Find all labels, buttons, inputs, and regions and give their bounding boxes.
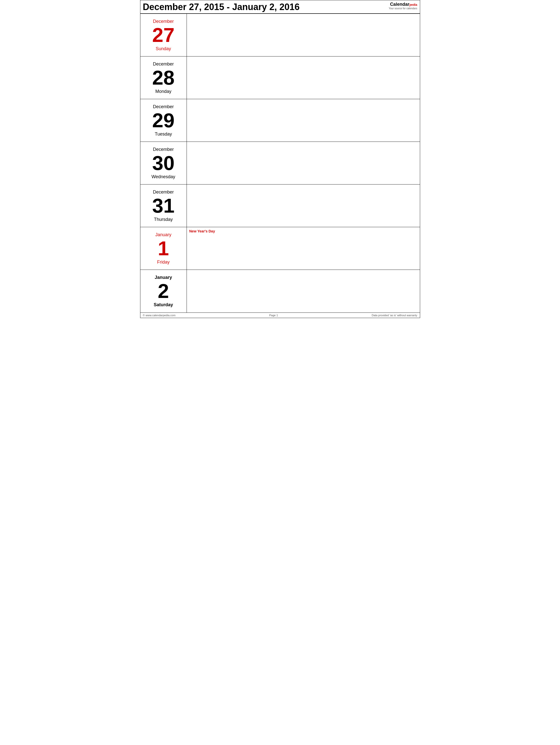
day-month-dec-31: December bbox=[153, 190, 174, 195]
day-weekday-jan-1: Friday bbox=[157, 260, 169, 265]
holiday-label-jan-1: New Year's Day bbox=[189, 229, 417, 233]
page-container: December 27, 2015 - January 2, 2016 Cale… bbox=[140, 0, 420, 318]
page-header: December 27, 2015 - January 2, 2016 Cale… bbox=[141, 0, 420, 14]
day-weekday-dec-28: Monday bbox=[155, 89, 171, 94]
day-content-dec-28 bbox=[187, 57, 420, 99]
day-number-dec-29: 29 bbox=[152, 110, 175, 131]
day-number-dec-27: 27 bbox=[152, 25, 175, 45]
day-month-jan-1: January bbox=[155, 232, 171, 237]
day-content-jan-2 bbox=[187, 270, 420, 313]
day-content-dec-29 bbox=[187, 99, 420, 141]
footer-disclaimer: Data provided 'as is' without warranty bbox=[372, 314, 417, 317]
day-month-dec-29: December bbox=[153, 104, 174, 109]
day-month-dec-30: December bbox=[153, 147, 174, 152]
page-footer: © www.calendarpedia.com Page 1 Data prov… bbox=[141, 313, 420, 318]
day-label-dec-31: December31Thursday bbox=[141, 185, 187, 227]
day-label-dec-27: December27Sunday bbox=[141, 14, 187, 56]
day-label-dec-30: December30Wednesday bbox=[141, 142, 187, 184]
day-content-dec-31 bbox=[187, 185, 420, 227]
logo: Calendarpedia Your source for calendars bbox=[389, 2, 417, 10]
day-row: January1FridayNew Year's Day bbox=[141, 227, 420, 270]
footer-page: Page 1 bbox=[269, 314, 278, 317]
day-label-dec-29: December29Tuesday bbox=[141, 99, 187, 141]
day-month-dec-28: December bbox=[153, 62, 174, 67]
day-weekday-jan-2: Saturday bbox=[154, 302, 173, 307]
page-title: December 27, 2015 - January 2, 2016 bbox=[143, 2, 300, 12]
day-row: December28Monday bbox=[141, 57, 420, 99]
day-label-dec-28: December28Monday bbox=[141, 57, 187, 99]
day-content-jan-1: New Year's Day bbox=[187, 227, 420, 269]
logo-tagline: Your source for calendars bbox=[389, 7, 417, 10]
day-row: January2Saturday bbox=[141, 270, 420, 313]
day-row: December27Sunday bbox=[141, 14, 420, 57]
day-weekday-dec-31: Thursday bbox=[154, 217, 173, 222]
day-number-dec-30: 30 bbox=[152, 153, 175, 173]
day-content-dec-30 bbox=[187, 142, 420, 184]
day-month-dec-27: December bbox=[153, 19, 174, 24]
day-weekday-dec-29: Tuesday bbox=[155, 132, 172, 137]
day-weekday-dec-27: Sunday bbox=[156, 46, 171, 52]
day-weekday-dec-30: Wednesday bbox=[151, 174, 175, 180]
day-number-dec-31: 31 bbox=[152, 196, 175, 216]
day-label-jan-1: January1Friday bbox=[141, 227, 187, 269]
day-content-dec-27 bbox=[187, 14, 420, 56]
day-number-dec-28: 28 bbox=[152, 68, 175, 88]
day-number-jan-1: 1 bbox=[158, 238, 169, 259]
footer-website: © www.calendarpedia.com bbox=[143, 314, 176, 317]
day-row: December30Wednesday bbox=[141, 142, 420, 185]
day-row: December29Tuesday bbox=[141, 99, 420, 142]
day-number-jan-2: 2 bbox=[158, 281, 169, 301]
logo-text: Calendarpedia bbox=[389, 2, 417, 7]
logo-calendar: Calendar bbox=[390, 2, 409, 7]
calendar-body: December27SundayDecember28MondayDecember… bbox=[141, 14, 420, 313]
day-label-jan-2: January2Saturday bbox=[141, 270, 187, 313]
logo-pedia: pedia bbox=[409, 3, 417, 6]
day-row: December31Thursday bbox=[141, 185, 420, 227]
day-month-jan-2: January bbox=[155, 275, 172, 280]
